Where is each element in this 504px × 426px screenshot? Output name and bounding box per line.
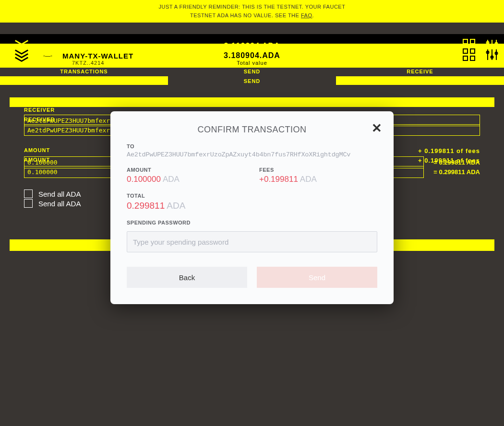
app-logo-icon[interactable] [0, 44, 43, 68]
send-button[interactable]: Send [257, 267, 377, 288]
back-button[interactable]: Back [127, 267, 247, 288]
total-value: 0.299811ADA [127, 201, 377, 211]
tab-send-dup[interactable]: SEND [168, 78, 336, 84]
settings-icon[interactable] [485, 47, 499, 64]
testnet-banner: JUST A FRIENDLY REMINDER: THIS IS THE TE… [0, 0, 504, 23]
modal-title: CONFIRM TRANSACTION [127, 125, 377, 135]
fees-label: FEES [259, 167, 377, 173]
tab-receive[interactable]: RECEIVE [336, 69, 504, 74]
svg-rect-12 [463, 56, 468, 60]
wallet-id: 7KTZ..4214 [72, 60, 104, 66]
tab-underline [0, 76, 168, 85]
fee-note-dup: + 0.199811 of fees [418, 157, 480, 164]
password-label: SPENDING PASSWORD [127, 220, 377, 225]
spending-password-input[interactable] [127, 231, 377, 252]
close-icon[interactable]: ✕ [372, 122, 382, 134]
balance-subtitle: Total value [237, 60, 267, 66]
banner-line-2: TESTNET ADA HAS NO VALUE. SEE THE FAQ. [0, 12, 504, 20]
header-bar-front: ◦—◦ MANY-TX-WALLET 7KTZ..4214 3.180904.A… [0, 44, 504, 68]
to-label: TO [127, 143, 377, 149]
svg-rect-0 [463, 39, 468, 44]
wallet-tabs: TRANSACTIONS SEND RECEIVE TRANSACTIONS S… [0, 66, 504, 88]
wallet-balance-dup: 3.180904.ADA [224, 51, 280, 60]
svg-rect-1 [470, 39, 475, 44]
banner-line-1: JUST A FRIENDLY REMINDER: THIS IS THE TE… [0, 3, 504, 12]
confirm-transaction-modal: ✕ CONFIRM TRANSACTION TO Ae2tdPwUPEZ3HUU… [110, 111, 394, 304]
amount-label-dup: AMOUNT [24, 157, 50, 164]
total-label: TOTAL [127, 193, 377, 199]
amount-label: AMOUNT [127, 167, 245, 173]
tab-underline [336, 76, 504, 85]
amount-value: 0.100000ADA [127, 175, 245, 184]
total-note-dup: = 0.299811 ADA [433, 168, 480, 176]
qr-icon[interactable] [462, 47, 476, 64]
svg-rect-11 [470, 49, 475, 53]
svg-rect-13 [470, 56, 475, 60]
checkbox-icon[interactable] [24, 199, 33, 208]
wallet-name-dup: MANY-TX-WALLET [62, 52, 187, 60]
send-all-label-dup: Send all ADA [38, 200, 81, 208]
faq-link[interactable]: FAQ [301, 12, 312, 18]
svg-rect-10 [463, 49, 468, 53]
fees-value: +0.199811ADA [259, 175, 377, 184]
tab-send[interactable]: SEND [168, 69, 336, 74]
to-address: Ae2tdPwUPEZ3HUU7bmfexrUzoZpAZxuyt4b4bn7f… [127, 151, 377, 158]
connector-icon: ◦—◦ [43, 53, 62, 59]
tab-transactions[interactable]: TRANSACTIONS [0, 69, 168, 74]
